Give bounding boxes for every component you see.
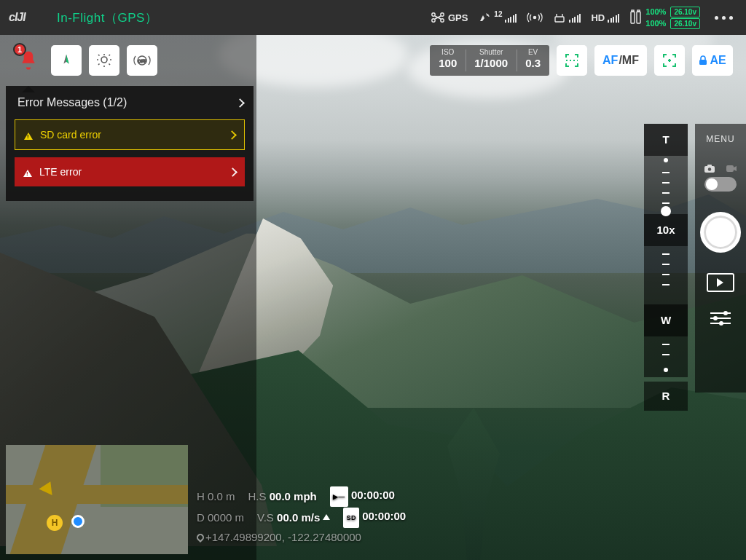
zoom-track-upper[interactable]: [644, 156, 688, 214]
zoom-track-lower[interactable]: [644, 246, 688, 304]
error-item-label: SD card error: [40, 129, 101, 141]
sd-time: 00:00:00: [362, 510, 406, 522]
signal-bars-icon: [569, 12, 581, 23]
svg-point-2: [441, 13, 444, 16]
battery-indicator[interactable]: 100% 26.10v 100% 26.10v: [629, 7, 700, 29]
map-orientation-button[interactable]: [51, 45, 82, 76]
hd-signal-indicator[interactable]: HD: [591, 12, 619, 23]
warning-triangle-icon: [23, 165, 32, 177]
ae-lock-button[interactable]: AE: [692, 45, 733, 76]
record-chip: ▶—: [330, 486, 348, 507]
zoom-slider[interactable]: T 10x W R: [644, 124, 688, 411]
hspeed-label: H.S: [248, 490, 267, 502]
autofocus-point-button[interactable]: [654, 45, 685, 76]
vspeed-label: V.S: [257, 511, 274, 524]
svg-rect-19: [726, 165, 734, 172]
obstacle-sensing-indicator[interactable]: [527, 12, 543, 23]
shutter-value: 1/1000: [474, 57, 508, 70]
ev-value: 0.3: [525, 57, 541, 70]
lock-icon: [699, 55, 707, 66]
settings-menu-button[interactable]: [710, 16, 737, 20]
flight-mode-label: GPS: [448, 12, 468, 23]
aircraft-battery-volt: 26.10v: [670, 7, 700, 17]
chevron-right-icon: [227, 130, 237, 140]
svg-rect-10: [637, 12, 640, 23]
svg-rect-9: [632, 10, 634, 12]
svg-point-4: [441, 19, 444, 22]
svg-point-18: [708, 167, 711, 170]
gps-satellite-indicator[interactable]: 12: [478, 12, 517, 23]
sd-chip: SD: [343, 508, 359, 528]
rc-battery-pct: 100%: [645, 19, 666, 28]
rc-battery-volt: 26.10v: [670, 18, 700, 29]
map-aircraft-marker: [71, 515, 85, 528]
camera-menu-button[interactable]: MENU: [706, 134, 734, 144]
svg-rect-15: [699, 60, 707, 65]
signal-bars-icon: [505, 12, 517, 23]
ae-label: AE: [710, 54, 726, 67]
map-heading-icon: [39, 472, 60, 495]
focus-area-button[interactable]: [557, 45, 587, 76]
aircraft-battery-pct: 100%: [645, 7, 666, 16]
svg-rect-7: [555, 17, 564, 22]
svg-point-1: [432, 13, 435, 16]
error-messages-panel: Error Messages (1/2) SD card error LTE e…: [6, 86, 254, 201]
top-status-bar: cIJI In-Flight（GPS） GPS 12: [0, 0, 746, 35]
svg-point-12: [101, 57, 107, 63]
camera-icon: [704, 165, 715, 174]
lightbulb-icon: [95, 52, 113, 69]
chevron-right-icon: [235, 98, 245, 108]
zoom-handle[interactable]: [661, 206, 671, 216]
flight-status[interactable]: In-Flight（GPS）: [57, 9, 157, 26]
chevron-right-icon: [228, 167, 237, 177]
error-item-lte[interactable]: LTE error: [15, 157, 245, 186]
signal-bars-icon: [608, 12, 619, 23]
focus-brackets-icon: [563, 52, 581, 69]
rc-signal-indicator[interactable]: [553, 12, 581, 23]
distance-value: 0000 m: [208, 511, 244, 524]
camera-settings-button[interactable]: [710, 312, 731, 324]
distance-label: D: [197, 511, 205, 524]
svg-rect-8: [631, 12, 635, 23]
shutter-label: Shutter: [474, 48, 508, 57]
center-focus-icon: [661, 52, 678, 69]
altitude-label: H: [197, 490, 205, 502]
camera-side-panel: MENU: [695, 124, 746, 393]
zoom-reset-button[interactable]: R: [644, 382, 688, 411]
flight-mode-indicator[interactable]: GPS: [431, 12, 468, 23]
vspeed-value: 00.0 m/s: [277, 511, 320, 524]
error-panel-title: Error Messages (1/2): [17, 96, 127, 109]
iso-value: 100: [439, 57, 457, 70]
error-item-sd-card[interactable]: SD card error: [15, 119, 245, 150]
battery-icon: [629, 9, 643, 25]
shutter-button[interactable]: [700, 212, 741, 253]
iso-label: ISO: [439, 48, 457, 57]
altitude-value: 0.0 m: [208, 490, 235, 502]
notification-badge: 1: [13, 43, 26, 56]
beacon-light-button[interactable]: [89, 45, 119, 76]
playback-button[interactable]: [707, 273, 734, 292]
photo-video-toggle[interactable]: [704, 165, 737, 192]
error-panel-header[interactable]: Error Messages (1/2): [6, 86, 254, 119]
compass-north-icon: [58, 52, 74, 68]
map-home-point: H: [47, 515, 63, 531]
svg-point-3: [432, 19, 435, 22]
zoom-tele-label: T: [644, 124, 688, 156]
error-item-label: LTE error: [39, 166, 82, 178]
location-pin-icon: [195, 532, 205, 543]
warning-triangle-icon: [24, 128, 33, 140]
af-mf-toggle[interactable]: AF/MF: [594, 45, 647, 76]
gps-coordinates: +147.49899200, -122.27480000: [205, 531, 361, 543]
hspeed-value: 00.0 mph: [270, 490, 317, 502]
svg-point-6: [534, 16, 536, 18]
zoom-track-bottom[interactable]: [644, 336, 688, 377]
mf-label: /MF: [619, 54, 639, 67]
zoom-value: 10x: [644, 214, 688, 246]
notifications-button[interactable]: 1: [13, 45, 44, 76]
exposure-readout[interactable]: ISO100 Shutter1/1000 EV0.3: [430, 45, 549, 76]
mini-map[interactable]: H: [6, 445, 188, 554]
record-time: 00:00:00: [351, 489, 395, 501]
svg-rect-11: [637, 10, 640, 12]
obstacle-avoidance-button[interactable]: OFF: [127, 45, 157, 76]
telemetry-readout: H 0.0 m H.S 00.0 mph ▶— 00:00:00 D 0000 …: [197, 486, 406, 547]
